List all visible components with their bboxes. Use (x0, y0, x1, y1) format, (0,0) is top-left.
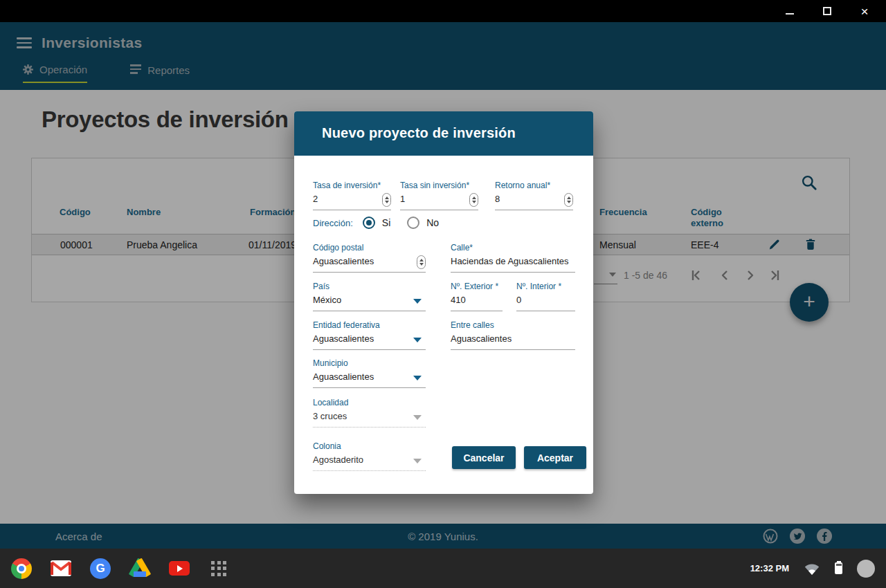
field-num-interior: Nº. Interior * 0 (516, 282, 575, 311)
taskbar-apps: G (11, 558, 229, 579)
pais-select[interactable]: México (313, 295, 426, 311)
field-codigo-postal: Código postal Aguascalientes (313, 243, 426, 273)
wifi-icon (804, 561, 820, 576)
close-button[interactable]: × (854, 3, 875, 19)
field-num-exterior: Nº. Exterior * 410 (451, 282, 503, 311)
google-icon[interactable]: G (90, 558, 111, 579)
clock: 12:32 PM (750, 563, 789, 573)
entidad-federativa-select[interactable]: Aguascalientes (313, 333, 426, 350)
taskbar: G 12:32 PM (0, 549, 886, 588)
chevron-down-icon (413, 338, 422, 342)
field-localidad: Localidad 3 cruces (313, 398, 426, 428)
localidad-select[interactable]: 3 cruces (313, 411, 426, 428)
chrome-icon[interactable] (11, 558, 32, 579)
field-label: Nº. Interior * (516, 282, 575, 291)
num-interior-input[interactable]: 0 (516, 295, 575, 311)
field-label: Colonia (313, 441, 426, 451)
field-calle: Calle* Haciendas de Aguascalientes (451, 243, 575, 273)
app-launcher-icon[interactable] (208, 558, 229, 579)
field-tasa-sin-inversion: Tasa sin inversión* 1 (400, 181, 478, 210)
youtube-icon[interactable] (169, 558, 190, 579)
field-entidad-federativa: Entidad federativa Aguascalientes (313, 320, 426, 350)
new-project-modal: Nuevo proyecto de inversión Tasa de inve… (294, 111, 593, 494)
retorno-anual-input[interactable]: 8 (495, 194, 573, 210)
field-label: Entre calles (451, 320, 575, 330)
stepper-icon[interactable] (564, 193, 573, 207)
account-avatar[interactable] (857, 560, 875, 578)
cancel-button[interactable]: Cancelar (452, 446, 516, 469)
field-pais: País México (313, 282, 426, 311)
direccion-radio-group: Dirección: Si No (313, 217, 449, 229)
radio-no[interactable] (407, 217, 419, 229)
colonia-select[interactable]: Agostaderito (313, 454, 426, 471)
modal-title: Nuevo proyecto de inversión (322, 125, 516, 141)
chevron-down-icon (413, 415, 422, 420)
field-retorno-anual: Retorno anual* 8 (495, 181, 573, 210)
modal-header: Nuevo proyecto de inversión (294, 111, 593, 156)
field-municipio: Municipio Aguascalientes (313, 358, 426, 388)
system-tray[interactable]: 12:32 PM (750, 560, 875, 578)
battery-icon (835, 562, 842, 574)
field-label: Calle* (451, 243, 575, 252)
radio-si[interactable] (363, 217, 375, 229)
screen: × Inversionistas (0, 0, 886, 588)
field-label: Nº. Exterior * (451, 282, 503, 291)
stepper-icon[interactable] (417, 255, 426, 269)
maximize-icon (823, 7, 831, 15)
minimize-button[interactable] (779, 3, 800, 19)
chevron-down-icon (413, 299, 422, 304)
chevron-down-icon (413, 376, 422, 380)
field-label: Municipio (313, 358, 426, 368)
field-colonia: Colonia Agostaderito (313, 441, 426, 471)
field-label: Localidad (313, 398, 426, 407)
field-label: Retorno anual* (495, 181, 573, 190)
app-window: Inversionistas Operación (0, 22, 886, 549)
stepper-icon[interactable] (469, 193, 478, 207)
field-label: Tasa sin inversión* (400, 181, 478, 190)
tasa-sin-inversion-input[interactable]: 1 (400, 194, 478, 210)
radio-no-label: No (426, 217, 439, 228)
field-label: Entidad federativa (313, 320, 426, 330)
field-label: Tasa de inversión* (313, 181, 391, 190)
minimize-icon (786, 13, 794, 15)
maximize-button[interactable] (817, 3, 838, 19)
chevron-down-icon (413, 459, 422, 463)
tasa-inversion-input[interactable]: 2 (313, 194, 391, 210)
field-label: País (313, 282, 426, 291)
drive-icon[interactable] (129, 558, 150, 579)
gmail-icon[interactable] (51, 558, 71, 579)
field-entre-calles: Entre calles Aguascalientes (451, 320, 575, 350)
radio-si-label: Si (382, 217, 390, 228)
field-tasa-inversion: Tasa de inversión* 2 (313, 181, 391, 210)
municipio-select[interactable]: Aguascalientes (313, 371, 426, 388)
field-label: Código postal (313, 243, 426, 252)
window-titlebar: × (0, 0, 886, 22)
entre-calles-input[interactable]: Aguascalientes (451, 333, 575, 350)
calle-input[interactable]: Haciendas de Aguascalientes (451, 256, 575, 273)
direccion-label: Dirección: (313, 218, 353, 228)
accept-button[interactable]: Aceptar (524, 446, 586, 469)
num-exterior-input[interactable]: 410 (451, 295, 503, 311)
codigo-postal-input[interactable]: Aguascalientes (313, 256, 426, 273)
stepper-icon[interactable] (382, 193, 391, 207)
